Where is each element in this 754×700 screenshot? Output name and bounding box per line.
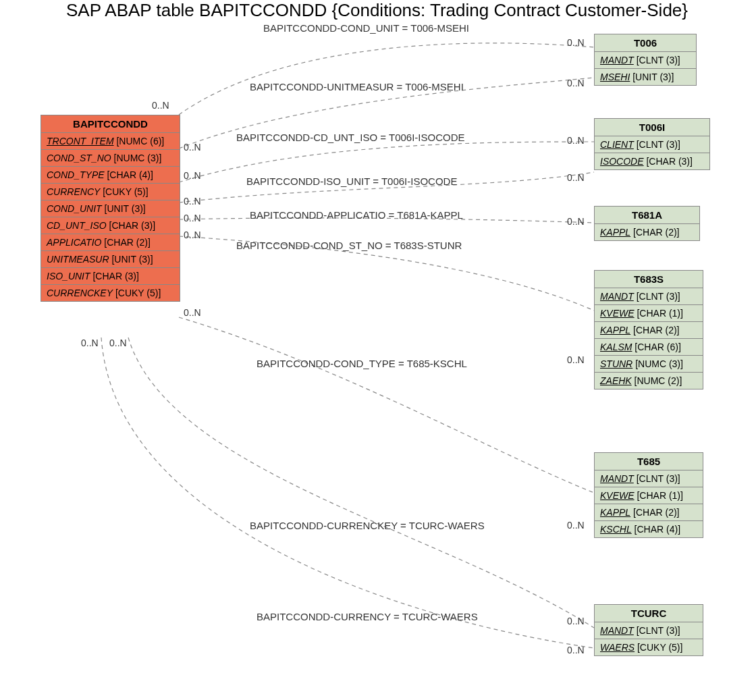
table-header: TCURC — [595, 605, 703, 622]
field-row: MANDT [CLNT (3)] — [595, 288, 703, 305]
field-row: TRCONT_ITEM [NUMC (6)] — [41, 133, 180, 150]
table-tcurc: TCURC MANDT [CLNT (3)] WAERS [CUKY (5)] — [594, 604, 703, 656]
field-row: CURRENCKEY [CUKY (5)] — [41, 285, 180, 301]
field-row: CLIENT [CLNT (3)] — [595, 136, 709, 153]
cardinality: 0..N — [184, 196, 201, 207]
cardinality: 0..N — [184, 213, 201, 223]
table-header: T681A — [595, 207, 699, 224]
cardinality: 0..N — [567, 616, 585, 626]
field-row: APPLICATIO [CHAR (2)] — [41, 234, 180, 251]
cardinality: 0..N — [81, 338, 99, 348]
cardinality: 0..N — [567, 354, 585, 365]
field-row: KAPPL [CHAR (2)] — [595, 224, 699, 240]
field-row: UNITMEASUR [UNIT (3)] — [41, 251, 180, 268]
relation-label: BAPITCCONDD-COND_ST_NO = T683S-STUNR — [236, 240, 462, 251]
field-row: CURRENCY [CUKY (5)] — [41, 184, 180, 200]
field-row: CD_UNT_ISO [CHAR (3)] — [41, 217, 180, 234]
relation-label: BAPITCCONDD-COND_TYPE = T685-KSCHL — [257, 358, 467, 369]
field-row: MSEHI [UNIT (3)] — [595, 69, 696, 85]
cardinality: 0..N — [184, 170, 201, 181]
field-row: ISOCODE [CHAR (3)] — [595, 153, 709, 169]
cardinality: 0..N — [567, 520, 585, 531]
table-t006: T006 MANDT [CLNT (3)] MSEHI [UNIT (3)] — [594, 34, 697, 86]
cardinality: 0..N — [109, 338, 127, 348]
field-row: ZAEHK [NUMC (2)] — [595, 373, 703, 389]
field-row: ISO_UNIT [CHAR (3)] — [41, 268, 180, 285]
relation-label: BAPITCCONDD-CD_UNT_ISO = T006I-ISOCODE — [236, 132, 465, 143]
relation-label: BAPITCCONDD-APPLICATIO = T681A-KAPPL — [250, 209, 463, 221]
table-t006i: T006I CLIENT [CLNT (3)] ISOCODE [CHAR (3… — [594, 118, 710, 170]
field-row: COND_UNIT [UNIT (3)] — [41, 200, 180, 217]
relation-label: BAPITCCONDD-CURRENCY = TCURC-WAERS — [257, 611, 478, 622]
field-row: STUNR [NUMC (3)] — [595, 356, 703, 373]
field-row: KAPPL [CHAR (2)] — [595, 504, 703, 521]
cardinality: 0..N — [184, 230, 201, 240]
cardinality: 0..N — [567, 645, 585, 655]
relation-label: BAPITCCONDD-CURRENCKEY = TCURC-WAERS — [250, 520, 485, 531]
field-row: KVEWE [CHAR (1)] — [595, 305, 703, 322]
field-row: COND_ST_NO [NUMC (3)] — [41, 150, 180, 167]
cardinality: 0..N — [567, 172, 585, 183]
er-diagram: SAP ABAP table BAPITCCONDD {Conditions: … — [0, 0, 754, 700]
field-row: KALSM [CHAR (6)] — [595, 339, 703, 356]
table-t685: T685 MANDT [CLNT (3)] KVEWE [CHAR (1)] K… — [594, 452, 703, 538]
cardinality: 0..N — [567, 37, 585, 48]
table-header: BAPITCCONDD — [41, 115, 180, 133]
field-row: WAERS [CUKY (5)] — [595, 639, 703, 655]
relation-label: BAPITCCONDD-UNITMEASUR = T006-MSEHI — [250, 81, 464, 92]
cardinality: 0..N — [567, 78, 585, 88]
field-row: COND_TYPE [CHAR (4)] — [41, 167, 180, 184]
cardinality: 0..N — [184, 142, 201, 153]
cardinality: 0..N — [152, 100, 169, 111]
relation-label: BAPITCCONDD-COND_UNIT = T006-MSEHI — [263, 22, 469, 34]
field-row: KAPPL [CHAR (2)] — [595, 322, 703, 339]
table-header: T006I — [595, 119, 709, 136]
table-t681a: T681A KAPPL [CHAR (2)] — [594, 206, 700, 241]
field-row: MANDT [CLNT (3)] — [595, 470, 703, 487]
cardinality: 0..N — [184, 307, 201, 318]
table-header: T685 — [595, 453, 703, 470]
relation-label: BAPITCCONDD-ISO_UNIT = T006I-ISOCODE — [246, 176, 457, 187]
table-bapitccondd: BAPITCCONDD TRCONT_ITEM [NUMC (6)] COND_… — [41, 115, 180, 302]
field-row: KVEWE [CHAR (1)] — [595, 487, 703, 504]
table-header: T683S — [595, 271, 703, 288]
table-header: T006 — [595, 34, 696, 52]
field-row: MANDT [CLNT (3)] — [595, 622, 703, 639]
table-t683s: T683S MANDT [CLNT (3)] KVEWE [CHAR (1)] … — [594, 270, 703, 389]
cardinality: 0..N — [567, 216, 585, 227]
field-row: KSCHL [CHAR (4)] — [595, 521, 703, 537]
field-row: MANDT [CLNT (3)] — [595, 52, 696, 69]
cardinality: 0..N — [567, 135, 585, 146]
